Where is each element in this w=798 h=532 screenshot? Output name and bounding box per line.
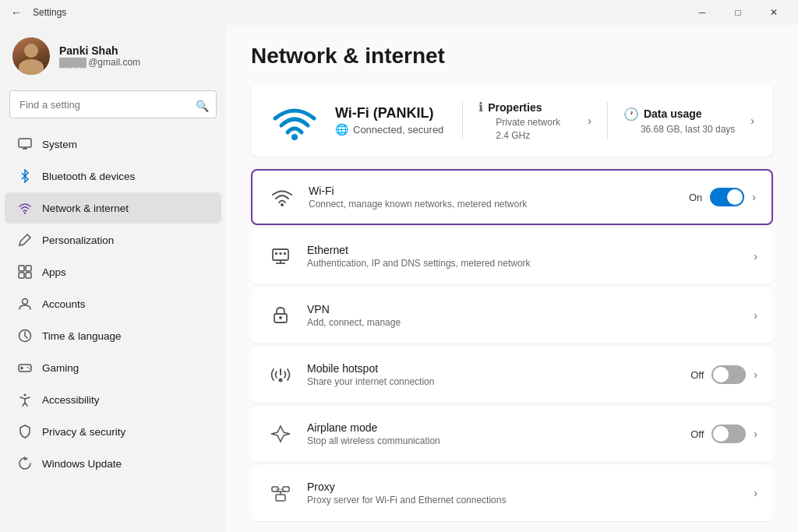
- svg-point-14: [29, 368, 30, 369]
- sidebar-item-accessibility[interactable]: Accessibility: [5, 384, 221, 415]
- svg-rect-22: [280, 252, 282, 255]
- sidebar-nav: System Bluetooth & devices: [0, 128, 226, 480]
- user-profile[interactable]: Panki Shah ████ @gmail.com: [0, 25, 226, 84]
- sidebar-item-bluetooth[interactable]: Bluetooth & devices: [5, 160, 221, 192]
- svg-rect-23: [284, 252, 286, 255]
- svg-rect-21: [275, 252, 277, 255]
- search-container: 🔍: [0, 84, 226, 128]
- titlebar-left: ← Settings: [6, 3, 66, 22]
- wifi-toggle[interactable]: [710, 188, 744, 206]
- settings-airplane-title: Airplane mode: [307, 421, 678, 434]
- bluetooth-icon: [17, 168, 33, 184]
- hero-divider: [462, 102, 463, 139]
- hero-properties[interactable]: ℹ Properties Private network 2.4 GHz: [478, 100, 572, 141]
- settings-item-wifi[interactable]: Wi-Fi Connect, manage known networks, me…: [251, 169, 773, 225]
- proxy-chevron: ›: [754, 487, 757, 499]
- svg-point-16: [291, 134, 298, 140]
- sidebar-item-update[interactable]: Windows Update: [5, 448, 221, 479]
- settings-item-proxy[interactable]: Proxy Proxy server for Wi-Fi and Etherne…: [251, 465, 773, 521]
- back-button[interactable]: ←: [6, 3, 26, 22]
- accessibility-icon: [17, 392, 33, 407]
- wifi-chevron: ›: [752, 191, 756, 203]
- settings-item-airplane-text: Airplane mode Stop all wireless communic…: [307, 421, 678, 446]
- email-domain: @gmail.com: [88, 57, 140, 68]
- svg-point-15: [24, 394, 26, 396]
- settings-item-hotspot[interactable]: Mobile hotspot Share your internet conne…: [251, 347, 773, 403]
- settings-hotspot-title: Mobile hotspot: [307, 362, 678, 375]
- proxy-icon: [267, 479, 295, 507]
- sidebar-item-label-apps: Apps: [42, 266, 209, 278]
- settings-item-airplane[interactable]: Airplane mode Stop all wireless communic…: [251, 406, 773, 462]
- sidebar-item-apps[interactable]: Apps: [5, 256, 221, 287]
- sidebar-item-privacy[interactable]: Privacy & security: [5, 416, 221, 447]
- time-icon: [17, 328, 33, 344]
- apps-icon: [17, 264, 33, 280]
- settings-item-proxy-text: Proxy Proxy server for Wi-Fi and Etherne…: [307, 481, 741, 506]
- info-icon: ℹ: [478, 100, 483, 115]
- settings-proxy-right: ›: [754, 487, 757, 499]
- app-container: Panki Shah ████ @gmail.com 🔍: [0, 25, 798, 532]
- user-email: ████ @gmail.com: [59, 57, 140, 68]
- sidebar-item-label-privacy: Privacy & security: [42, 426, 209, 438]
- settings-item-ethernet[interactable]: Ethernet Authentication, IP and DNS sett…: [251, 228, 773, 284]
- sidebar-item-system[interactable]: System: [5, 129, 221, 160]
- main-content: Network & internet Wi-Fi (PANKIL) 🌐 Conn…: [226, 25, 798, 532]
- settings-airplane-right: Off ›: [690, 425, 757, 443]
- hotspot-toggle-thumb: [713, 367, 729, 382]
- sidebar-item-label-network: Network & internet: [42, 203, 209, 214]
- user-info: Panki Shah ████ @gmail.com: [59, 44, 140, 68]
- maximize-button[interactable]: □: [720, 0, 756, 25]
- data-usage-chevron: ›: [750, 115, 754, 127]
- settings-wifi-title: Wi-Fi: [309, 185, 676, 197]
- settings-ethernet-subtitle: Authentication, IP and DNS settings, met…: [307, 258, 741, 269]
- svg-rect-27: [276, 495, 285, 501]
- settings-item-vpn-text: VPN Add, connect, manage: [307, 303, 741, 328]
- settings-item-hotspot-text: Mobile hotspot Share your internet conne…: [307, 362, 678, 387]
- wifi-icon: [268, 183, 296, 211]
- sidebar-item-personalization[interactable]: Personalization: [5, 224, 221, 255]
- sidebar-item-accounts[interactable]: Accounts: [5, 288, 221, 319]
- hero-wifi-info: Wi-Fi (PANKIL) 🌐 Connected, secured: [335, 105, 447, 136]
- sidebar-item-label-time: Time & language: [42, 330, 209, 342]
- hero-properties-label: Properties: [488, 101, 542, 114]
- sidebar-item-label-accessibility: Accessibility: [42, 394, 209, 406]
- wifi-large-icon: [270, 101, 320, 140]
- settings-wifi-subtitle: Connect, manage known networks, metered …: [309, 199, 676, 210]
- globe-icon: 🌐: [335, 123, 348, 136]
- settings-vpn-subtitle: Add, connect, manage: [307, 317, 741, 328]
- close-button[interactable]: ✕: [756, 0, 792, 25]
- hero-wifi-status-text: Connected, secured: [353, 124, 443, 136]
- hero-data-usage[interactable]: 🕐 Data usage 36.68 GB, last 30 days: [623, 107, 735, 135]
- svg-rect-7: [26, 273, 31, 278]
- search-input[interactable]: [9, 90, 217, 118]
- sidebar-item-gaming[interactable]: Gaming: [5, 352, 221, 383]
- sidebar-item-label-gaming: Gaming: [42, 362, 209, 374]
- hero-card[interactable]: Wi-Fi (PANKIL) 🌐 Connected, secured ℹ Pr…: [251, 84, 773, 157]
- personalization-icon: [17, 232, 33, 248]
- settings-airplane-subtitle: Stop all wireless communication: [307, 435, 678, 446]
- privacy-icon: [17, 424, 33, 439]
- svg-point-17: [281, 203, 284, 206]
- airplane-toggle[interactable]: [711, 425, 746, 443]
- hero-properties-sub1: Private network: [478, 117, 560, 128]
- settings-vpn-title: VPN: [307, 303, 741, 315]
- minimize-button[interactable]: ─: [684, 0, 720, 25]
- airplane-icon: [267, 420, 295, 448]
- settings-vpn-right: ›: [754, 309, 757, 322]
- svg-rect-6: [19, 273, 24, 278]
- hero-wifi-status: 🌐 Connected, secured: [335, 123, 447, 136]
- airplane-toggle-thumb: [713, 426, 729, 442]
- ethernet-chevron: ›: [754, 250, 757, 262]
- sidebar-item-time[interactable]: Time & language: [5, 320, 221, 351]
- sidebar-item-network[interactable]: Network & internet: [5, 192, 221, 224]
- email-blur: ████: [59, 58, 87, 67]
- settings-hotspot-right: Off ›: [690, 365, 757, 384]
- hotspot-toggle[interactable]: [711, 365, 746, 384]
- wifi-toggle-label: On: [689, 192, 702, 203]
- hotspot-toggle-label: Off: [690, 369, 704, 381]
- titlebar-controls: ─ □ ✕: [684, 0, 792, 25]
- user-name: Panki Shah: [59, 44, 140, 57]
- settings-proxy-title: Proxy: [307, 481, 741, 493]
- svg-rect-0: [19, 139, 31, 147]
- settings-item-vpn[interactable]: VPN Add, connect, manage ›: [251, 287, 773, 344]
